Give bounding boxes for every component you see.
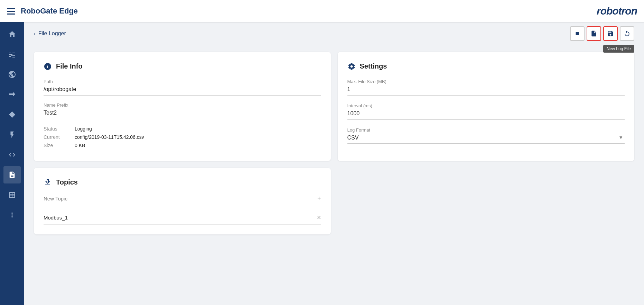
name-prefix-value: Test2	[44, 110, 321, 119]
breadcrumb: › File Logger	[34, 30, 66, 37]
size-row: Size 0 KB	[44, 143, 321, 148]
topics-icon	[44, 178, 52, 187]
sidebar-item-events[interactable]	[3, 126, 21, 143]
topic-name: Modbus_1	[44, 215, 68, 221]
topics-title: Topics	[56, 178, 78, 186]
breadcrumb-label: File Logger	[38, 30, 66, 37]
restore-icon	[624, 30, 631, 37]
tooltip: New Log File	[603, 45, 634, 53]
info-icon	[44, 62, 52, 71]
log-format-select[interactable]: CSV JSON XML	[347, 135, 625, 144]
save-button[interactable]	[603, 26, 618, 41]
routing-icon	[8, 90, 16, 99]
svg-rect-0	[576, 32, 579, 35]
remove-topic-button[interactable]: ✕	[317, 214, 321, 221]
sidebar-item-routing[interactable]	[3, 86, 21, 103]
network-icon	[8, 70, 16, 79]
new-topic-input[interactable]	[44, 196, 317, 201]
current-value: config/2019-03-11T15.42.06.csv	[75, 134, 144, 140]
name-prefix-label: Name Prefix	[44, 102, 321, 108]
name-prefix-field: Name Prefix Test2	[44, 102, 321, 119]
topics-header: Topics	[44, 178, 321, 187]
size-label: Size	[44, 143, 75, 148]
sidebar-item-file-logger[interactable]	[3, 166, 21, 183]
status-value: Logging	[75, 126, 92, 132]
breadcrumb-chevron-icon: ›	[34, 31, 36, 36]
sidebar-item-network[interactable]	[3, 66, 21, 83]
topics-card: Topics + Modbus_1 ✕	[34, 168, 331, 234]
path-value: /opt/robogate	[44, 86, 321, 96]
settings-icon	[347, 62, 356, 71]
status-row: Status Logging	[44, 126, 321, 132]
stop-button[interactable]	[570, 26, 585, 41]
sidebar-item-terminal[interactable]	[3, 146, 21, 163]
add-topic-button[interactable]: +	[317, 195, 321, 202]
file-info-title: File Info	[56, 62, 83, 70]
sidebar	[0, 22, 24, 305]
interval-label: Interval (ms)	[347, 103, 625, 108]
content-grid: File Info Path /opt/robogate Name Prefix…	[24, 45, 644, 241]
app-title: RoboGate Edge	[21, 7, 78, 16]
sidebar-item-configuration[interactable]	[3, 46, 21, 63]
new-log-file-icon	[590, 30, 597, 37]
size-value: 0 KB	[75, 143, 85, 148]
hamburger-menu[interactable]	[7, 8, 15, 15]
path-field: Path /opt/robogate	[44, 79, 321, 96]
max-file-size-label: Max. File Size (MB)	[347, 79, 625, 84]
stop-icon	[574, 30, 580, 37]
file-info-header: File Info	[44, 62, 321, 71]
settings-header: Settings	[347, 62, 625, 71]
diamond-icon	[8, 111, 16, 118]
new-log-file-button[interactable]	[587, 26, 601, 41]
breadcrumb-bar: › File Logger	[24, 22, 644, 45]
content-area: › File Logger	[24, 22, 644, 305]
file-info-card: File Info Path /opt/robogate Name Prefix…	[34, 52, 331, 161]
max-file-size-value: 1	[347, 86, 625, 96]
sidebar-item-more[interactable]	[3, 206, 21, 224]
new-topic-row: +	[44, 195, 321, 205]
sidebar-item-opc[interactable]	[3, 106, 21, 123]
logo: robotron	[597, 5, 637, 17]
sliders-icon	[8, 50, 16, 59]
file-icon	[8, 171, 16, 179]
log-format-field: Log Format CSV JSON XML ▼	[347, 127, 625, 144]
sidebar-item-home[interactable]	[3, 26, 21, 43]
path-label: Path	[44, 79, 321, 84]
home-icon	[8, 30, 16, 38]
settings-card: Settings Max. File Size (MB) 1 Interval …	[338, 52, 635, 161]
main-layout: › File Logger	[0, 22, 644, 305]
interval-field: Interval (ms) 1000	[347, 103, 625, 120]
current-label: Current	[44, 134, 75, 140]
interval-value: 1000	[347, 110, 625, 120]
current-row: Current config/2019-03-11T15.42.06.csv	[44, 134, 321, 140]
more-icon	[8, 211, 16, 219]
log-format-label: Log Format	[347, 127, 625, 133]
settings-title: Settings	[360, 62, 387, 70]
status-label: Status	[44, 126, 75, 132]
list-item: Modbus_1 ✕	[44, 211, 321, 225]
log-format-dropdown-wrapper: CSV JSON XML ▼	[347, 135, 625, 144]
save-icon	[607, 30, 614, 37]
terminal-icon	[8, 151, 16, 159]
lightning-icon	[8, 131, 16, 138]
max-file-size-field: Max. File Size (MB) 1	[347, 79, 625, 96]
header: RoboGate Edge robotron	[0, 0, 644, 22]
toolbar: New Log File	[570, 26, 634, 41]
table-icon	[8, 191, 16, 199]
restore-button[interactable]	[620, 26, 634, 41]
sidebar-item-data[interactable]	[3, 186, 21, 204]
